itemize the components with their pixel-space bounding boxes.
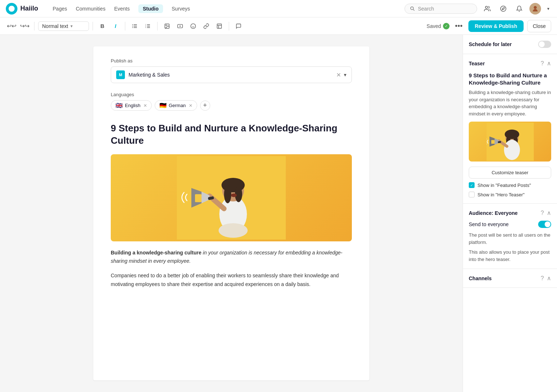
svg-text:3.: 3.: [145, 26, 146, 28]
publish-as-right: ✕ ▾: [336, 72, 346, 78]
svg-point-23: [191, 24, 195, 28]
nav-communities[interactable]: Communities: [76, 4, 106, 13]
community-dropdown-chevron[interactable]: ▾: [344, 72, 346, 78]
toolbar-divider-3: [125, 22, 125, 30]
app-logo[interactable]: Haiilo: [6, 3, 38, 15]
english-flag: 🇬🇧: [115, 102, 123, 109]
teaser-article-desc: Building a knowledge-sharing culture in …: [469, 89, 551, 117]
people-icon-btn[interactable]: [481, 3, 493, 15]
show-hero-checkbox[interactable]: [469, 192, 475, 197]
undo-button[interactable]: ↩: [6, 20, 17, 32]
article-lead-bold: Building a knowledge-sharing culture: [111, 250, 202, 256]
channels-help-icon[interactable]: ?: [541, 275, 544, 282]
bold-button[interactable]: B: [97, 20, 108, 32]
close-button[interactable]: Close: [527, 20, 551, 32]
schedule-toggle[interactable]: [538, 41, 551, 48]
german-flag: 🇩🇪: [159, 102, 167, 109]
article-image: [111, 154, 352, 241]
customize-teaser-button[interactable]: Customize teaser: [469, 167, 551, 179]
redo-button[interactable]: ↪: [19, 20, 31, 32]
teaser-image: [469, 122, 551, 162]
show-hero-label: Show in "Hero Teaser": [477, 192, 525, 197]
send-to-everyone-row: Send to everyone: [469, 221, 551, 228]
image-insert-button[interactable]: [161, 20, 173, 32]
teaser-collapse-icon[interactable]: ∧: [547, 60, 551, 67]
logo-text: Haiilo: [20, 5, 38, 12]
article-body: Building a knowledge-sharing culture in …: [111, 249, 352, 289]
unordered-list-button[interactable]: [129, 20, 141, 32]
text-format-select[interactable]: Normal text ▾: [38, 21, 89, 31]
emoji-button[interactable]: [187, 20, 199, 32]
svg-rect-26: [217, 24, 221, 28]
user-avatar[interactable]: [529, 3, 541, 15]
remove-german-button[interactable]: ✕: [189, 103, 192, 108]
svg-point-11: [132, 26, 133, 26]
schedule-row: Schedule for later: [469, 41, 551, 48]
review-publish-button[interactable]: Review & Publish: [468, 20, 524, 32]
bell-icon-btn[interactable]: [513, 3, 525, 15]
show-featured-checkbox[interactable]: ✓: [469, 182, 475, 188]
search-box[interactable]: Search: [404, 4, 477, 14]
nav-events[interactable]: Events: [114, 4, 130, 13]
topnav-right: Search ▾: [404, 3, 551, 15]
teaser-icons: ? ∧: [541, 60, 551, 67]
article-title[interactable]: 9 Steps to Build and Nurture a Knowledge…: [111, 122, 352, 147]
embed-button[interactable]: [214, 20, 225, 32]
link-button[interactable]: [200, 20, 212, 32]
audience-icons: ? ∧: [541, 209, 551, 216]
text-format-label: Normal text: [42, 23, 68, 29]
compass-icon-btn[interactable]: [497, 3, 509, 15]
clear-community-icon[interactable]: ✕: [336, 72, 341, 78]
svg-point-41: [219, 223, 248, 238]
text-format-chevron: ▾: [70, 24, 73, 29]
avatar-chevron[interactable]: ▾: [545, 3, 551, 15]
show-featured-label: Show in "Featured Posts": [477, 183, 531, 188]
svg-point-6: [534, 6, 537, 9]
editor-toolbar: ↩ ↪ Normal text ▾ B I 1. 2. 3.: [0, 17, 557, 35]
publish-as-left: M Marketing & Sales: [116, 70, 170, 79]
add-language-button[interactable]: +: [200, 101, 210, 111]
logo-icon: [6, 3, 17, 15]
send-to-everyone-toggle[interactable]: [538, 221, 551, 228]
teaser-section: Teaser ? ∧ 9 Steps to Build and Nurture …: [463, 54, 557, 204]
nav-surveys[interactable]: Surveys: [172, 4, 190, 13]
audience-desc-1: The post will be sent to all users on th…: [469, 232, 551, 246]
audience-collapse-icon[interactable]: ∧: [547, 209, 551, 216]
svg-point-4: [501, 6, 506, 11]
audience-desc-2: This also allows you to place your post …: [469, 249, 551, 263]
teaser-content: 9 Steps to Build and Nurture a Knowledge…: [469, 72, 551, 197]
svg-point-40: [231, 193, 237, 197]
svg-marker-22: [180, 25, 181, 27]
audience-content: Send to everyone The post will be sent t…: [469, 221, 551, 263]
language-tag-german: 🇩🇪 German ✕: [155, 100, 197, 111]
languages-label: Languages: [111, 92, 352, 97]
article-illustration: [177, 156, 286, 240]
channels-header: Channels ? ∧: [469, 275, 551, 282]
channels-collapse-icon[interactable]: ∧: [547, 275, 551, 282]
toolbar-divider-2: [93, 22, 93, 30]
send-to-everyone-label: Send to everyone: [469, 221, 509, 227]
comment-button[interactable]: [233, 20, 244, 32]
community-name: Marketing & Sales: [129, 72, 170, 78]
video-insert-button[interactable]: [174, 20, 186, 32]
ordered-list-button[interactable]: 1. 2. 3.: [142, 20, 154, 32]
nav-pages[interactable]: Pages: [53, 4, 67, 13]
languages-section: Languages 🇬🇧 English ✕ 🇩🇪 German ✕ +: [111, 92, 352, 111]
german-label: German: [169, 103, 186, 108]
publish-as-select[interactable]: M Marketing & Sales ✕ ▾: [111, 66, 352, 83]
svg-line-2: [413, 9, 415, 11]
main-layout: Publish as M Marketing & Sales ✕ ▾ Langu…: [0, 35, 557, 392]
nav-studio[interactable]: Studio: [138, 4, 163, 13]
toolbar-divider-4: [157, 22, 158, 30]
italic-button[interactable]: I: [110, 20, 121, 32]
teaser-help-icon[interactable]: ?: [541, 60, 544, 67]
more-options-button[interactable]: •••: [453, 20, 465, 32]
toolbar-divider-1: [34, 22, 34, 30]
remove-english-button[interactable]: ✕: [143, 103, 147, 108]
saved-check-icon: ✓: [443, 23, 450, 29]
top-navigation: Haiilo Pages Communities Events Studio S…: [0, 0, 557, 17]
svg-point-47: [504, 140, 520, 160]
teaser-title: Teaser: [469, 61, 485, 66]
audience-help-icon[interactable]: ?: [541, 210, 544, 216]
svg-point-20: [166, 25, 167, 25]
